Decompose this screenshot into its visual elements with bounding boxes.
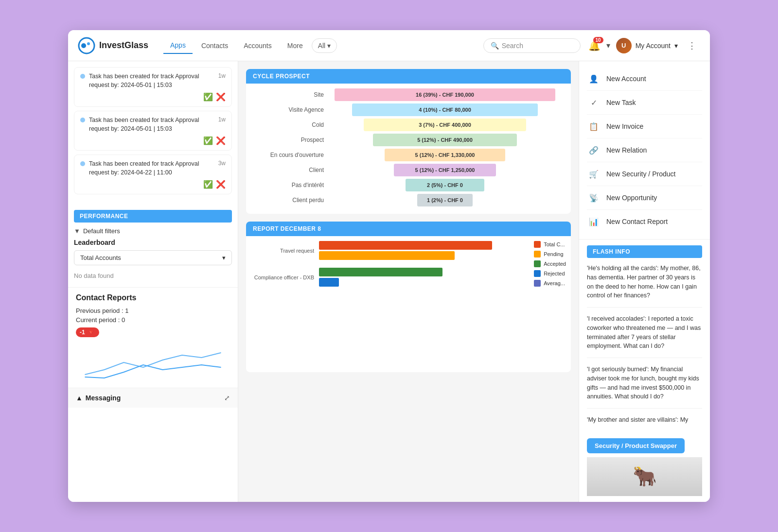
funnel-bar[interactable]: 3 (7%) - CHF 400,000 bbox=[364, 119, 527, 131]
legend-label: Accepted bbox=[544, 261, 566, 267]
funnel-label: Pas d'intérêt bbox=[256, 182, 324, 189]
task-actions: ✅ ❌ bbox=[80, 180, 226, 189]
messaging-title: ▲ Messaging bbox=[76, 394, 121, 402]
bar-group bbox=[319, 241, 566, 260]
filter-icon: ▼ bbox=[74, 227, 80, 235]
more-options-button[interactable]: ⋮ bbox=[684, 38, 700, 53]
filter-label[interactable]: Default filters bbox=[83, 227, 120, 235]
funnel-row: Prospect 5 (12%) - CHF 490,000 bbox=[256, 134, 561, 146]
quick-action-item[interactable]: ✓ New Task bbox=[587, 91, 702, 115]
bar-segment bbox=[319, 268, 442, 276]
flash-items-container: 'He's holding all the cards': My mother,… bbox=[587, 264, 702, 431]
reject-icon[interactable]: ❌ bbox=[216, 92, 226, 102]
funnel-bar-wrap: 5 (12%) - CHF 490,000 bbox=[329, 134, 561, 146]
quick-action-icon: ✓ bbox=[587, 96, 601, 109]
legend-color bbox=[534, 251, 541, 257]
quick-action-icon: 📡 bbox=[587, 191, 601, 205]
chevron-down-icon-notif[interactable]: ▾ bbox=[606, 41, 610, 50]
funnel-bar-wrap: 3 (7%) - CHF 400,000 bbox=[329, 119, 561, 131]
funnel-bar[interactable]: 1 (2%) - CHF 0 bbox=[417, 194, 473, 206]
report-chart-card: REPORT DECEMBER 8 Travel requestComplian… bbox=[246, 222, 571, 372]
quick-action-icon: 📊 bbox=[587, 215, 601, 228]
approve-icon[interactable]: ✅ bbox=[203, 180, 213, 189]
bar-group bbox=[319, 268, 566, 287]
funnel-label: En cours d'ouverture bbox=[256, 152, 324, 158]
performance-header: PERFORMANCE bbox=[74, 210, 232, 223]
quick-action-item[interactable]: 👤 New Account bbox=[587, 67, 702, 91]
task-dot bbox=[80, 161, 85, 166]
flash-info: FLASH INFO 'He's holding all the cards':… bbox=[579, 240, 710, 502]
nav-more[interactable]: More bbox=[281, 38, 310, 53]
expand-icon[interactable]: ⤢ bbox=[224, 394, 230, 402]
quick-action-item[interactable]: 📋 New Invoice bbox=[587, 115, 702, 138]
leaderboard-dropdown[interactable]: Total Accounts ▾ bbox=[74, 250, 232, 265]
legend-label: Total C... bbox=[544, 241, 565, 247]
center-content: CYCLE PROSPECT Site 16 (39%) - CHF 190,0… bbox=[238, 61, 579, 502]
no-data-message: No data found bbox=[74, 270, 232, 281]
security-product-swapper-button[interactable]: Security / Product Swapper bbox=[587, 438, 685, 453]
nav-all-dropdown[interactable]: All ▾ bbox=[312, 38, 337, 53]
funnel-row: Client 5 (12%) - CHF 1,250,000 bbox=[256, 164, 561, 176]
sparkline-chart bbox=[76, 343, 230, 382]
flash-item[interactable]: 'I got seriously burned': My financial a… bbox=[587, 365, 702, 409]
notification-button[interactable]: 🔔 10 bbox=[588, 40, 601, 51]
left-sidebar: Task has been created for track Approval… bbox=[68, 61, 238, 502]
funnel-bar[interactable]: 16 (39%) - CHF 190,000 bbox=[335, 88, 555, 101]
quick-action-icon: 📋 bbox=[587, 120, 601, 133]
funnel-label: Site bbox=[256, 91, 324, 98]
chevron-down-icon-account: ▾ bbox=[674, 42, 678, 50]
task-item: Task has been created for track Approval… bbox=[74, 154, 232, 194]
reject-icon[interactable]: ❌ bbox=[216, 136, 226, 145]
svg-point-1 bbox=[81, 43, 86, 48]
nav-contacts[interactable]: Contacts bbox=[194, 38, 235, 53]
bull-image: 🐂 bbox=[587, 457, 702, 496]
task-list: Task has been created for track Approval… bbox=[68, 61, 238, 204]
quick-action-item[interactable]: 📊 New Contact Report bbox=[587, 210, 702, 233]
bar-segment bbox=[319, 241, 492, 250]
flash-info-header: FLASH INFO bbox=[587, 245, 702, 258]
bar-row-label: Travel request bbox=[251, 248, 314, 254]
funnel-bar[interactable]: 2 (5%) - CHF 0 bbox=[406, 179, 485, 191]
funnel-label: Visite Agence bbox=[256, 106, 324, 113]
chevron-down-icon: ▾ bbox=[327, 42, 331, 50]
logo[interactable]: InvestGlass bbox=[78, 37, 156, 54]
flash-item[interactable]: 'My brother and sister are villains': My bbox=[587, 415, 702, 431]
legend-item: Pending bbox=[534, 251, 566, 257]
legend-label: Rejected bbox=[544, 271, 565, 276]
bar-row-label: Compliance officer - DXB bbox=[251, 275, 314, 280]
funnel-container: Site 16 (39%) - CHF 190,000 Visite Agenc… bbox=[246, 84, 571, 214]
reject-icon[interactable]: ❌ bbox=[216, 180, 226, 189]
funnel-label: Cold bbox=[256, 121, 324, 128]
funnel-bar[interactable]: 5 (12%) - CHF 1,250,000 bbox=[394, 164, 496, 176]
nav-items: Apps Contacts Accounts More All ▾ bbox=[163, 37, 476, 54]
quick-action-icon: 🛒 bbox=[587, 167, 601, 181]
nav-accounts[interactable]: Accounts bbox=[237, 38, 279, 53]
flash-item[interactable]: 'I received accolades': I reported a tox… bbox=[587, 314, 702, 358]
quick-action-item[interactable]: 📡 New Opportunity bbox=[587, 186, 702, 210]
funnel-bar-wrap: 16 (39%) - CHF 190,000 bbox=[329, 88, 561, 101]
funnel-bar[interactable]: 5 (12%) - CHF 490,000 bbox=[373, 134, 517, 146]
legend-item: Averag... bbox=[534, 280, 566, 287]
funnel-bar[interactable]: 4 (10%) - CHF 80,000 bbox=[352, 103, 538, 116]
funnel-bar-wrap: 2 (5%) - CHF 0 bbox=[329, 179, 561, 191]
approve-icon[interactable]: ✅ bbox=[203, 92, 213, 102]
task-text: Task has been created for track Approval… bbox=[89, 116, 214, 133]
task-time: 3w bbox=[218, 160, 226, 167]
chevron-up-icon: ▲ bbox=[76, 394, 83, 402]
quick-action-item[interactable]: 🛒 New Security / Product bbox=[587, 162, 702, 186]
funnel-bar[interactable]: 5 (12%) - CHF 1,330,000 bbox=[385, 149, 506, 161]
funnel-chart-card: CYCLE PROSPECT Site 16 (39%) - CHF 190,0… bbox=[246, 69, 571, 214]
search-bar[interactable]: 🔍 Search bbox=[483, 38, 581, 53]
account-button[interactable]: U My Account ▾ bbox=[616, 38, 678, 53]
chart-legend: Total C... Pending Accepted Rejected Ave… bbox=[534, 241, 566, 287]
approve-icon[interactable]: ✅ bbox=[203, 136, 213, 145]
funnel-row: Site 16 (39%) - CHF 190,000 bbox=[256, 88, 561, 101]
task-dot bbox=[80, 118, 85, 122]
nav-apps[interactable]: Apps bbox=[163, 37, 193, 54]
flash-item[interactable]: 'He's holding all the cards': My mother,… bbox=[587, 264, 702, 308]
legend-item: Accepted bbox=[534, 260, 566, 267]
funnel-bar-wrap: 5 (12%) - CHF 1,250,000 bbox=[329, 164, 561, 176]
quick-action-label: New Task bbox=[606, 99, 636, 106]
notification-badge: 10 bbox=[593, 37, 603, 43]
quick-action-item[interactable]: 🔗 New Relation bbox=[587, 138, 702, 162]
